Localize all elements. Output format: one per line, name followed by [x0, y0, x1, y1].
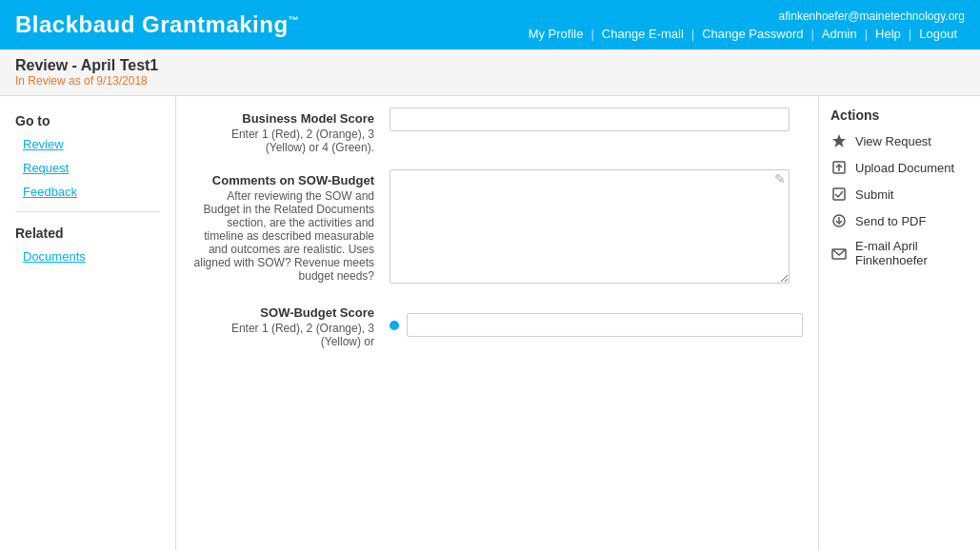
view-request-label: View Request — [855, 134, 931, 148]
sow-budget-score-row: SOW-Budget Score Enter 1 (Red), 2 (Orang… — [191, 302, 803, 348]
main-layout: Go to Review Request Feedback Related Do… — [0, 96, 980, 550]
sidebar-item-request[interactable]: Request — [0, 156, 175, 180]
page-subtitle: In Review as of 9/13/2018 — [15, 74, 965, 88]
header: Blackbaud Grantmaking™ afinkenhoefer@mai… — [0, 0, 980, 49]
pdf-icon — [830, 212, 848, 229]
page-title: Review - April Test1 — [15, 57, 965, 74]
comments-sow-budget-label: Comments on SOW-Budget — [191, 173, 374, 187]
nav-sep-2: | — [691, 27, 694, 41]
comments-sow-budget-textarea[interactable] — [390, 169, 790, 284]
svg-marker-0 — [832, 134, 846, 147]
user-email: afinkenhoefer@mainetechnology.org — [779, 10, 965, 23]
svg-rect-3 — [833, 188, 845, 200]
score-dot-indicator — [390, 321, 399, 330]
page-title-bar: Review - April Test1 In Review as of 9/1… — [0, 49, 980, 96]
sow-budget-score-input[interactable] — [407, 313, 803, 337]
sidebar-item-documents[interactable]: Documents — [0, 245, 175, 268]
form-content: Business Model Score Enter 1 (Red), 2 (O… — [176, 96, 818, 375]
content-area: Business Model Score Enter 1 (Red), 2 (O… — [176, 96, 818, 550]
action-email-april[interactable]: E-mail April Finkenhoefer — [830, 239, 969, 267]
business-model-score-input-col — [390, 108, 803, 131]
comments-sow-budget-label-col: Comments on SOW-Budget After reviewing t… — [191, 169, 382, 283]
sidebar-item-review[interactable]: Review — [0, 132, 175, 156]
sow-budget-score-hint: Enter 1 (Red), 2 (Orange), 3 (Yellow) or — [191, 322, 374, 348]
upload-document-label: Upload Document — [855, 161, 954, 175]
nav-logout[interactable]: Logout — [911, 27, 965, 41]
goto-label: Go to — [0, 108, 175, 132]
nav-change-password[interactable]: Change Password — [694, 27, 810, 41]
comments-sow-budget-hint: After reviewing the SOW and Budget in th… — [191, 189, 374, 283]
nav-help[interactable]: Help — [868, 27, 909, 41]
app-logo: Blackbaud Grantmaking™ — [15, 11, 299, 38]
business-model-score-row: Business Model Score Enter 1 (Red), 2 (O… — [191, 108, 803, 154]
header-nav: My Profile | Change E-mail | Change Pass… — [521, 27, 965, 41]
logo-tm: ™ — [289, 14, 300, 26]
business-model-score-input[interactable] — [390, 108, 790, 131]
email-april-label: E-mail April Finkenhoefer — [855, 239, 969, 267]
submit-label: Submit — [855, 187, 893, 202]
sow-budget-score-label: SOW-Budget Score — [191, 305, 374, 320]
nav-admin[interactable]: Admin — [814, 27, 865, 41]
nav-sep-3: | — [810, 27, 813, 41]
sow-budget-score-label-col: SOW-Budget Score Enter 1 (Red), 2 (Orang… — [191, 302, 382, 348]
nav-sep-4: | — [865, 27, 868, 41]
actions-sidebar: Actions View Request Upload Document — [818, 96, 980, 550]
business-model-score-label-col: Business Model Score Enter 1 (Red), 2 (O… — [191, 108, 382, 154]
header-right: afinkenhoefer@mainetechnology.org My Pro… — [521, 10, 965, 41]
action-submit[interactable]: Submit — [830, 186, 969, 203]
nav-sep-5: | — [909, 27, 911, 41]
send-to-pdf-label: Send to PDF — [855, 214, 926, 228]
email-icon — [830, 245, 848, 262]
action-send-to-pdf[interactable]: Send to PDF — [830, 212, 969, 229]
nav-sep-1: | — [590, 27, 593, 41]
nav-my-profile[interactable]: My Profile — [521, 27, 591, 41]
sidebar: Go to Review Request Feedback Related Do… — [0, 96, 176, 550]
action-view-request[interactable]: View Request — [830, 132, 969, 149]
textarea-wrapper: ✎ — [390, 169, 790, 286]
comments-sow-budget-row: Comments on SOW-Budget After reviewing t… — [191, 169, 803, 286]
star-icon — [830, 132, 848, 149]
related-label: Related — [0, 220, 175, 245]
submit-icon — [830, 186, 848, 203]
action-upload-document[interactable]: Upload Document — [830, 159, 969, 176]
nav-change-email[interactable]: Change E-mail — [594, 27, 691, 41]
sidebar-divider — [15, 211, 160, 212]
actions-title: Actions — [830, 108, 969, 123]
upload-icon — [830, 159, 848, 176]
edit-icon[interactable]: ✎ — [774, 171, 786, 187]
logo-text: Blackbaud Grantmaking — [15, 11, 289, 37]
sidebar-item-feedback[interactable]: Feedback — [0, 180, 175, 204]
comments-sow-budget-input-col: ✎ — [390, 169, 803, 286]
business-model-score-label: Business Model Score — [191, 111, 374, 126]
business-model-score-hint: Enter 1 (Red), 2 (Orange), 3 (Yellow) or… — [191, 128, 374, 154]
